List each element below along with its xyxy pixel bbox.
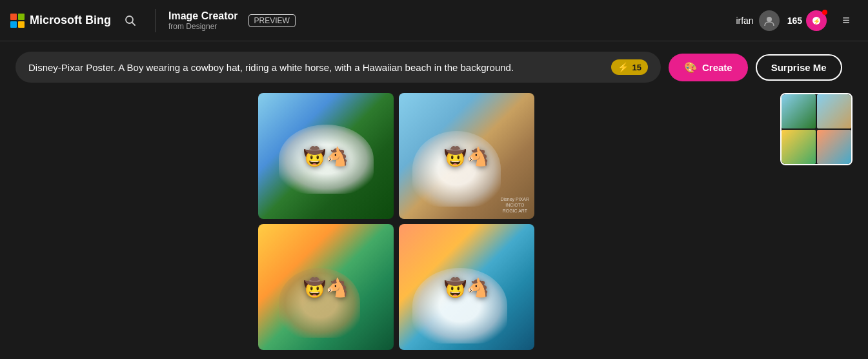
menu-button[interactable]: ≡ [834,9,858,32]
image-card-1[interactable] [258,93,394,219]
user-avatar[interactable] [759,10,780,31]
svg-text:⚡: ⚡ [813,17,821,25]
coins-count: 165 [787,15,802,26]
svg-point-2 [767,17,772,22]
preview-badge: PREVIEW [248,14,296,27]
header-divider [155,9,156,32]
left-spacer [15,93,248,359]
thumb-cell-2 [817,94,851,128]
user-name: irfan [736,15,753,26]
thumbnail-group[interactable] [780,93,853,165]
search-bar-container: ⚡ 15 🎨 Create Surprise Me [0,41,868,93]
image-creator-info: Image Creator from Designer [168,10,238,31]
boost-count: 15 [632,63,641,72]
search-icon-button[interactable] [119,9,142,32]
user-info: irfan [736,10,779,31]
surprise-button[interactable]: Surprise Me [756,54,842,81]
boost-badge[interactable]: ⚡ 15 [611,59,648,75]
bing-logo-icon [10,14,25,28]
thumb-cell-4 [817,130,851,164]
image-card-4[interactable] [399,224,534,350]
image-card-3[interactable] [258,224,394,350]
main-content: Disney PIXARINCIOTOROGIC ART [0,93,868,359]
header-right: irfan 165 ⚡ ≡ [736,9,858,32]
coins-icon: ⚡ [806,10,827,31]
bing-logo[interactable]: Microsoft Bing [10,14,111,28]
image-card-2[interactable]: Disney PIXARINCIOTOROGIC ART [399,93,534,219]
svg-line-1 [132,22,136,25]
boost-icon: ⚡ [618,62,629,72]
watermark-2: Disney PIXARINCIOTOROGIC ART [501,196,529,214]
create-button-label: Create [702,62,732,73]
coins-badge[interactable]: 165 ⚡ [787,10,827,31]
search-input-wrapper: ⚡ 15 [15,52,661,83]
thumb-cell-3 [782,130,816,164]
create-button[interactable]: 🎨 Create [669,54,748,81]
bing-logo-text: Microsoft Bing [30,14,111,27]
thumb-cell-1 [782,94,816,128]
create-button-icon: 🎨 [684,61,697,74]
header: Microsoft Bing Image Creator from Design… [0,0,868,41]
search-input[interactable] [28,62,611,73]
image-grid: Disney PIXARINCIOTOROGIC ART [258,93,534,359]
image-creator-subtitle: from Designer [168,22,238,31]
thumbnail-sidebar [780,93,853,359]
image-creator-title: Image Creator [168,10,238,22]
